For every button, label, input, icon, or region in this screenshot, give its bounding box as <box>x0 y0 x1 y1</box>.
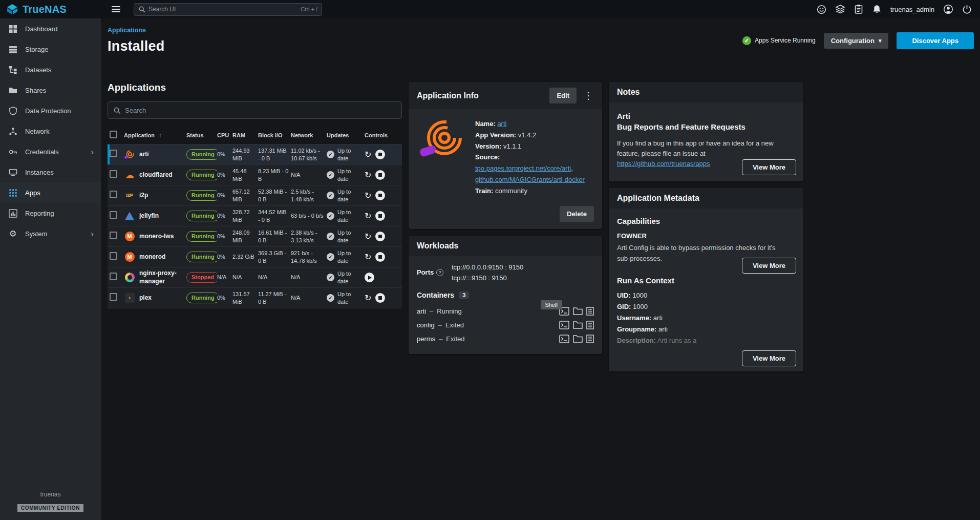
issues-link[interactable]: https://github.com/truenas/apps <box>617 160 710 168</box>
sidebar-item-storage[interactable]: Storage <box>0 39 101 59</box>
shell-icon[interactable] <box>559 335 569 343</box>
kebab-menu-icon[interactable]: ⋮ <box>583 90 594 101</box>
user-avatar-icon[interactable] <box>943 4 953 14</box>
stop-button[interactable] <box>375 252 385 262</box>
sidebar-item-instances[interactable]: Instances <box>0 162 101 182</box>
help-icon[interactable]: ? <box>436 269 443 276</box>
col-network[interactable]: Network <box>291 132 327 139</box>
apps-search-input[interactable] <box>125 107 396 114</box>
apps-grid-icon <box>8 188 17 197</box>
truenas-logo[interactable]: TrueNAS <box>0 4 101 15</box>
app-row-arti[interactable]: arti Running 0% 244.93 MiB 137.31 MiB - … <box>108 144 402 165</box>
app-row-plex[interactable]: › plex Running 0% 131.57 MiB 11.27 MiB -… <box>108 288 402 308</box>
metadata-view-more-button[interactable]: View More <box>742 350 796 366</box>
logs-icon[interactable] <box>586 321 594 329</box>
ram-value: 328.72 MiB <box>232 209 258 223</box>
container-row: arti – Running <box>417 304 594 318</box>
datasets-icon <box>8 65 17 74</box>
col-block-io[interactable]: Block I/O <box>258 132 291 139</box>
global-search[interactable]: Ctrl + / <box>134 3 322 16</box>
volumes-folder-icon[interactable] <box>573 335 583 343</box>
groupname-label: Groupname: <box>617 325 656 333</box>
row-checkbox[interactable] <box>110 252 117 260</box>
sidebar-item-apps[interactable]: Apps <box>0 182 101 203</box>
col-controls[interactable]: Controls <box>365 132 392 139</box>
breadcrumb[interactable]: Applications <box>108 27 164 34</box>
col-cpu[interactable]: CPU <box>217 132 232 139</box>
key-icon <box>8 147 17 156</box>
app-row-i2p[interactable]: I2P i2p Running 0% 657.12 MiB 52.38 MiB … <box>108 185 402 206</box>
stop-button[interactable] <box>375 211 385 221</box>
block-io-value: 16.61 MiB - 0 B <box>258 229 291 244</box>
restart-button[interactable]: ↻ <box>365 233 371 241</box>
status-badge: Stopped <box>186 272 217 282</box>
source-link-1[interactable]: tpo.pages.torproject.net/core/arti <box>475 164 571 172</box>
logs-icon[interactable] <box>586 335 594 343</box>
shell-icon[interactable] <box>559 321 569 329</box>
row-checkbox[interactable] <box>110 211 117 219</box>
stop-button[interactable] <box>375 170 385 180</box>
ram-value: 131.57 MiB <box>232 290 258 305</box>
col-ram[interactable]: RAM <box>232 132 258 139</box>
app-row-monero-lws[interactable]: M monero-lws Running 0% 248.09 MiB 16.61… <box>108 226 402 247</box>
app-row-nginx-proxy-manager[interactable]: nginx-proxy-manager Stopped N/A N/A N/A … <box>108 267 402 288</box>
sidebar-item-credentials[interactable]: Credentials › <box>0 141 101 162</box>
global-search-input[interactable] <box>148 6 297 13</box>
sidebar-item-label: Apps <box>25 189 40 197</box>
logs-icon[interactable] <box>586 307 594 316</box>
sidebar-item-shares[interactable]: Shares <box>0 80 101 100</box>
monero-lws-app-icon: M <box>124 231 135 242</box>
col-updates[interactable]: Updates <box>327 132 365 139</box>
sidebar-item-dashboard[interactable]: Dashboard <box>0 18 101 39</box>
sidebar-item-reporting[interactable]: Reporting <box>0 203 101 223</box>
row-checkbox[interactable] <box>110 273 117 280</box>
configuration-button[interactable]: Configuration ▾ <box>824 33 889 49</box>
col-application[interactable]: Application ↑ <box>124 132 186 139</box>
row-checkbox[interactable] <box>110 293 117 301</box>
source-link-2[interactable]: github.com/MAGICGrants/arti-docker <box>475 176 585 183</box>
stop-button[interactable] <box>375 232 385 241</box>
feedback-icon[interactable] <box>817 5 826 14</box>
row-checkbox[interactable] <box>110 191 117 198</box>
discover-apps-button[interactable]: Discover Apps <box>897 32 974 49</box>
volumes-folder-icon[interactable] <box>573 321 583 329</box>
volumes-folder-icon[interactable] <box>573 307 583 316</box>
arti-app-logo <box>417 118 466 197</box>
stop-button[interactable] <box>375 150 385 159</box>
row-checkbox[interactable] <box>110 170 117 178</box>
status-badge: Running <box>186 211 217 221</box>
restart-button[interactable]: ↻ <box>365 171 371 179</box>
stop-button[interactable] <box>375 191 385 200</box>
sidebar-item-datasets[interactable]: Datasets <box>0 59 101 80</box>
notes-view-more-button[interactable]: View More <box>742 159 796 175</box>
row-checkbox[interactable] <box>110 232 117 239</box>
alerts-bell-icon[interactable] <box>872 4 882 14</box>
menu-toggle-icon[interactable] <box>106 3 125 16</box>
app-row-jellyfin[interactable]: jellyfin Running 0% 328.72 MiB 344.52 Mi… <box>108 206 402 226</box>
restart-button[interactable]: ↻ <box>365 212 371 220</box>
restart-button[interactable]: ↻ <box>365 253 371 261</box>
power-icon[interactable] <box>962 5 972 14</box>
jobs-icon[interactable] <box>854 4 863 14</box>
sidebar-item-data-protection[interactable]: Data Protection <box>0 100 101 121</box>
row-checkbox[interactable] <box>110 150 117 157</box>
cpu-value: 0% <box>217 171 232 178</box>
start-button[interactable] <box>365 273 374 282</box>
restart-button[interactable]: ↻ <box>365 151 371 159</box>
stop-button[interactable] <box>375 293 385 303</box>
restart-button[interactable]: ↻ <box>365 192 371 200</box>
edit-button[interactable]: Edit <box>549 88 577 103</box>
sidebar-item-label: Reporting <box>25 210 54 217</box>
app-row-cloudflared[interactable]: ☁ cloudflared Running 0% 45.48 MiB 8.23 … <box>108 165 402 185</box>
app-name-link[interactable]: arti <box>497 120 506 128</box>
app-row-monerod[interactable]: M monerod Running 0% 2.32 GiB 369.3 GiB … <box>108 247 402 267</box>
delete-button[interactable]: Delete <box>560 206 594 222</box>
col-status[interactable]: Status <box>186 132 217 139</box>
capabilities-view-more-button[interactable]: View More <box>742 258 796 274</box>
sidebar-item-system[interactable]: ⚙ System › <box>0 223 101 244</box>
select-all-checkbox[interactable] <box>110 131 117 138</box>
sidebar-item-network[interactable]: Network <box>0 121 101 141</box>
checkin-icon[interactable] <box>835 4 845 14</box>
apps-search[interactable] <box>108 101 402 119</box>
restart-button[interactable]: ↻ <box>365 294 371 302</box>
